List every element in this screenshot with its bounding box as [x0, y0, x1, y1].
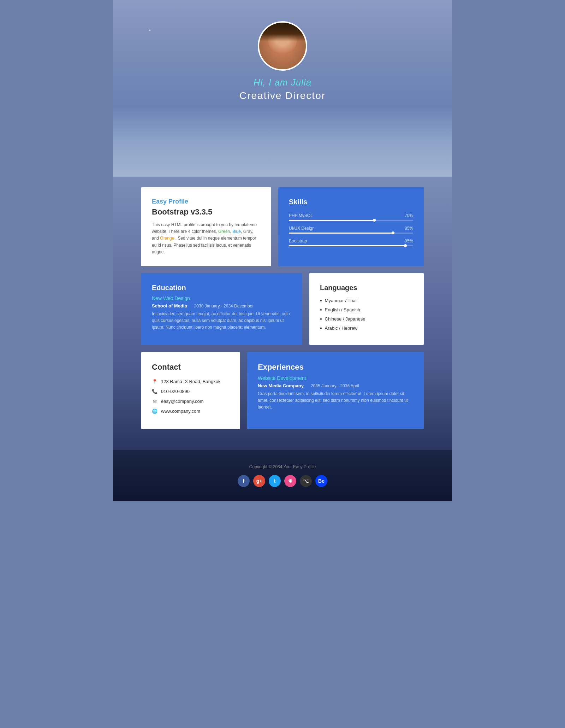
skill-php: PHP MySQL 70% — [289, 213, 413, 221]
list-item: English / Spanish — [320, 307, 413, 313]
list-item: Myanmar / Thai — [320, 298, 413, 304]
globe-icon: 🌐 — [152, 409, 157, 414]
skills-card: Skills PHP MySQL 70% UI/UX Design 85% — [278, 187, 424, 266]
contact-phone-text: 010-020-0890 — [161, 389, 190, 394]
skill-bootstrap-percent: 95% — [405, 239, 413, 243]
experiences-company: New Media Company — [258, 383, 304, 388]
easy-profile-subtitle: Bootstrap v3.3.5 — [152, 207, 261, 217]
dribbble-button[interactable]: ❋ — [284, 475, 296, 487]
twitter-button[interactable]: t — [269, 475, 281, 487]
row-2: Education New Web Design School of Media… — [141, 273, 424, 345]
location-icon: 📍 — [152, 379, 157, 384]
education-school: School of Media — [152, 303, 187, 309]
contact-email: ✉ easy@company.com — [152, 399, 230, 404]
experiences-card: Experiences Website Development New Medi… — [247, 352, 424, 429]
row-3: Contact 📍 123 Rama IX Road, Bangkok 📞 01… — [141, 352, 424, 429]
contact-website-text: www.company.com — [161, 409, 200, 414]
hero-section: ✦ Hi, I am Julia Creative Director — [113, 0, 452, 177]
skill-php-bar-fill — [289, 220, 376, 221]
hero-greeting: Hi, I am Julia — [254, 77, 311, 88]
contact-card: Contact 📍 123 Rama IX Road, Bangkok 📞 01… — [141, 352, 240, 429]
facebook-button[interactable]: f — [238, 475, 250, 487]
contact-address: 📍 123 Rama IX Road, Bangkok — [152, 379, 230, 384]
link-gray[interactable]: Gray — [243, 229, 252, 234]
email-icon: ✉ — [152, 399, 157, 404]
social-icons: f g+ t ❋ ⌥ Be — [120, 475, 445, 487]
main-content: Easy Profile Bootstrap v3.3.5 This easy … — [113, 177, 452, 450]
easy-profile-card: Easy Profile Bootstrap v3.3.5 This easy … — [141, 187, 271, 266]
link-green[interactable]: Green — [218, 229, 230, 234]
skill-bootstrap-bar-fill — [289, 245, 407, 246]
languages-list: Myanmar / Thai English / Spanish Chinese… — [320, 298, 413, 331]
list-item: Chinese / Japanese — [320, 316, 413, 322]
skill-php-label: PHP MySQL — [289, 213, 313, 218]
education-card: Education New Web Design School of Media… — [141, 273, 302, 345]
easy-profile-label: Easy Profile — [152, 198, 261, 205]
experiences-row: New Media Company 2035 January - 2036 Ap… — [258, 383, 413, 388]
github-button[interactable]: ⌥ — [300, 475, 312, 487]
contact-email-text: easy@company.com — [161, 399, 204, 404]
footer-copyright: Copyright © 2084 Your Easy Profile — [120, 464, 445, 469]
link-orange[interactable]: Orange — [160, 236, 174, 241]
skill-bootstrap-label: Bootstrap — [289, 239, 307, 243]
contact-address-text: 123 Rama IX Road, Bangkok — [161, 379, 220, 384]
skill-uiux-percent: 85% — [405, 226, 413, 231]
star-decoration: ✦ — [148, 28, 155, 35]
skills-title: Skills — [289, 198, 413, 206]
languages-card: Languages Myanmar / Thai English / Spani… — [309, 273, 424, 345]
education-row: School of Media 2030 January - 2034 Dece… — [152, 303, 292, 309]
education-title: Education — [152, 284, 292, 292]
easy-profile-text: This easy HTML profile is brought to you… — [152, 222, 261, 256]
avatar — [258, 21, 307, 71]
row-1: Easy Profile Bootstrap v3.3.5 This easy … — [141, 187, 424, 266]
contact-website: 🌐 www.company.com — [152, 409, 230, 414]
link-blue[interactable]: Blue — [232, 229, 241, 234]
avatar-image — [259, 23, 306, 69]
google-plus-button[interactable]: g+ — [253, 475, 265, 487]
experiences-subtitle: Website Development — [258, 375, 413, 381]
list-item: Arabic / Hebrew — [320, 325, 413, 331]
skill-bootstrap: Bootstrap 95% — [289, 239, 413, 246]
phone-icon: 📞 — [152, 389, 157, 394]
skill-php-percent: 70% — [405, 213, 413, 218]
education-description: In lacinia leo sed quam feugiat, ac effi… — [152, 311, 292, 331]
experiences-title: Experiences — [258, 363, 413, 372]
skill-php-bar-bg — [289, 220, 413, 221]
education-subtitle: New Web Design — [152, 295, 292, 301]
behance-button[interactable]: Be — [315, 475, 327, 487]
education-date: 2030 January - 2034 December — [194, 304, 254, 309]
skill-uiux-bar-bg — [289, 233, 413, 234]
contact-title: Contact — [152, 363, 230, 372]
experiences-date: 2035 January - 2036 April — [311, 383, 359, 388]
hero-title: Creative Director — [239, 90, 326, 101]
skill-bootstrap-bar-bg — [289, 245, 413, 246]
languages-title: Languages — [320, 284, 413, 292]
experiences-description: Cras porta tincidunt sem, in sollicitudi… — [258, 391, 413, 411]
skill-uiux-label: UI/UX Design — [289, 226, 315, 231]
skill-uiux: UI/UX Design 85% — [289, 226, 413, 234]
skill-uiux-bar-fill — [289, 233, 394, 234]
contact-phone: 📞 010-020-0890 — [152, 389, 230, 394]
footer: Copyright © 2084 Your Easy Profile f g+ … — [113, 450, 452, 501]
